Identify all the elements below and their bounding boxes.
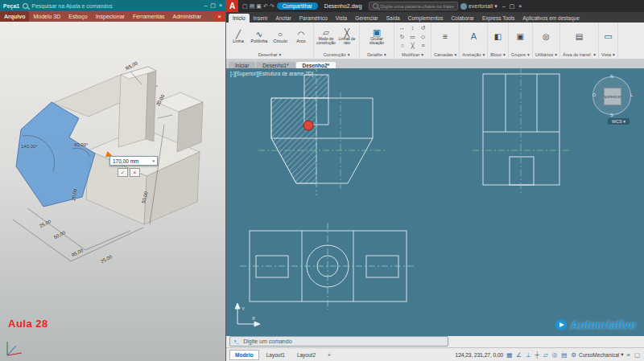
utilities-icon[interactable]: ◎ — [543, 32, 550, 41]
panel-label-area-transferencia[interactable]: Área de transf.▾ — [563, 51, 596, 59]
undo-icon[interactable]: ↶ — [263, 3, 268, 10]
share-button[interactable]: Compartilhar — [277, 2, 318, 10]
layout-tab-layout1[interactable]: Layout1 — [262, 351, 290, 359]
circle-tool[interactable]: ○ Círculo — [270, 30, 290, 43]
grid-toggle-icon[interactable]: ▦ — [506, 351, 512, 359]
side-view[interactable] — [483, 74, 559, 185]
tab-ferramentas[interactable]: Ferramentas — [129, 11, 169, 22]
arc-tool[interactable]: ◠ Arco — [291, 30, 311, 43]
layout-tab-layout2[interactable]: Layout2 — [292, 351, 320, 359]
save-file-icon[interactable]: ▣ — [256, 3, 262, 10]
compass-south[interactable]: S — [610, 113, 613, 117]
minimize-button[interactable]: – — [502, 3, 506, 10]
compass-east[interactable]: L — [630, 92, 633, 97]
document-close-button[interactable]: × — [213, 11, 225, 22]
ucs-icon[interactable]: Y X — [235, 303, 260, 326]
panel-label-bloco[interactable]: Bloco▾ — [490, 51, 506, 59]
panel-label-utilitarios[interactable]: Utilitários▾ — [535, 51, 557, 59]
hide-situation-tool[interactable]: ▣ Ocultar situação — [362, 28, 391, 45]
polar-tracking-icon[interactable]: ∠ — [516, 351, 522, 359]
object-snap-icon[interactable]: ◎ — [552, 351, 558, 359]
command-input-placeholder[interactable]: Digite um comando — [243, 338, 291, 344]
view-icon[interactable]: ▭ — [604, 32, 612, 41]
maximize-button[interactable]: ▢ — [510, 3, 515, 10]
tab-complementos[interactable]: Complementos — [404, 14, 448, 23]
close-button[interactable]: × — [518, 3, 522, 10]
compass-north[interactable]: N — [610, 74, 613, 79]
tab-arquivo[interactable]: Arquivo — [0, 11, 29, 22]
construction-rays-tool[interactable]: ╳ Linhas de raio — [337, 28, 357, 45]
inventor-search-input[interactable]: Pesquisar na Ajuda e comandos — [31, 3, 200, 9]
workspace-switcher[interactable]: ⚙ CursoMechanical ▾ — [570, 351, 623, 359]
drawing-canvas[interactable]: Y X — [226, 68, 644, 336]
groups-icon[interactable]: ▣ — [517, 32, 524, 41]
viewport-controls-label[interactable]: [-][Superior][Estrutura de arame 2D] — [230, 71, 313, 76]
dimension-edit-box[interactable]: 170,00 mm ▾ — [109, 156, 158, 166]
tab-gerenciar[interactable]: Gerenciar — [351, 14, 382, 23]
chevron-down-icon[interactable]: ▾ — [152, 158, 155, 163]
tab-colaborar[interactable]: Colaborar — [447, 14, 478, 23]
tab-parametrico[interactable]: Paramétrico — [295, 14, 332, 23]
line-tool[interactable]: ╱ Linha — [229, 30, 248, 43]
isolate-objects-icon[interactable]: ≡ — [627, 351, 630, 359]
dimension-edit-value[interactable]: 170,00 mm — [113, 158, 139, 164]
panel-label-anotacao[interactable]: Anotação▾ — [462, 51, 485, 59]
redo-icon[interactable]: ↷ — [270, 3, 275, 10]
tab-vista[interactable]: Vista — [332, 14, 351, 23]
ortho-toggle-icon[interactable]: ⊥ — [526, 351, 531, 359]
open-file-icon[interactable]: ▤ — [250, 3, 255, 10]
tab-administrar[interactable]: Administrar — [169, 11, 205, 22]
close-button[interactable]: × — [219, 2, 222, 9]
panel-label-modificar[interactable]: Modificar▾ — [397, 51, 428, 59]
panel-label-detalhe[interactable]: Detalhe▾ — [362, 51, 391, 59]
tab-modelo-3d[interactable]: Modelo 3D — [29, 11, 64, 22]
block-icon[interactable]: ◧ — [494, 32, 502, 41]
new-layout-button[interactable]: + — [323, 351, 336, 359]
viewcube-top-face[interactable]: SUPERIOR — [604, 88, 621, 105]
panel-label-grupos[interactable]: Grupos▾ — [511, 51, 530, 59]
tab-esboco[interactable]: Esboço — [64, 11, 91, 22]
inventor-3d-viewport[interactable]: R5,00 20,00 50,00 20,00 25,00 50,00 95,0… — [0, 22, 225, 361]
tab-inicio[interactable]: Início — [229, 14, 250, 23]
tab-inserir[interactable]: Inserir — [250, 14, 272, 23]
model-space-canvas[interactable]: Y X [-][Superior][Estrutura de arame 2D]… — [226, 68, 644, 336]
maximize-button[interactable]: ▢ — [210, 2, 216, 9]
new-file-icon[interactable]: ▢ — [242, 3, 248, 10]
annotation-icon[interactable]: A — [471, 32, 477, 41]
construction-mode-tool[interactable]: ▱ Modo de construção — [316, 28, 336, 45]
top-view-centerlines[interactable] — [240, 223, 416, 310]
polyline-tool[interactable]: ∿ Polilinha — [250, 30, 269, 43]
panel-label-vista[interactable]: Vista▾ — [601, 51, 615, 59]
layers-icon[interactable]: ≡ — [443, 32, 448, 41]
front-view[interactable] — [271, 75, 373, 183]
clipboard-icon[interactable]: ▤ — [576, 32, 583, 41]
command-line[interactable]: ›_ Digite um comando — [229, 336, 448, 347]
tab-aplicativos[interactable]: Aplicativos em destaque — [518, 14, 583, 23]
tab-saida[interactable]: Saída — [382, 14, 404, 23]
angle-dimension-label[interactable]: 140,00° — [21, 144, 38, 149]
autocad-logo-icon[interactable]: A — [226, 0, 238, 12]
red-highlight-marker[interactable] — [303, 121, 313, 130]
clean-screen-icon[interactable]: ▢ — [634, 351, 640, 359]
cancel-button[interactable]: × — [130, 168, 140, 177]
tab-inspecionar[interactable]: Inspecionar — [92, 11, 129, 22]
annotation-scale-icon[interactable]: ▤ — [561, 351, 567, 359]
tab-express-tools[interactable]: Express Tools — [478, 14, 518, 23]
modify-tool-grid[interactable]: ↔ ↕ ↺ ↻ ▭ ◇ ○ ╳ ≡ — [397, 23, 428, 50]
panel-label-desenhar[interactable]: Desenhar▾ — [229, 51, 311, 59]
confirm-button[interactable]: ✓ — [118, 168, 128, 177]
account-menu[interactable]: evertonali ▾ — [460, 3, 497, 10]
3d-model[interactable] — [0, 22, 225, 361]
compass-west[interactable]: O — [592, 92, 596, 97]
layout-tab-modelo[interactable]: Modelo — [229, 350, 259, 360]
lineweight-toggle-icon[interactable]: ▱ — [543, 351, 548, 359]
highlighted-sketch-face[interactable] — [16, 102, 95, 207]
angle-dimension-label[interactable]: 60,00° — [74, 142, 88, 147]
help-search-box[interactable]: Digite uma palavra-chave ou frase — [369, 2, 458, 10]
viewcube[interactable]: N S L O SUPERIOR — [591, 75, 633, 117]
snap-toggle-icon[interactable]: ┼ — [535, 351, 539, 359]
side-view-centerlines[interactable] — [473, 68, 571, 194]
tab-anotar[interactable]: Anotar — [272, 14, 295, 23]
panel-label-construcao[interactable]: Construção▾ — [316, 51, 357, 59]
minimize-button[interactable]: – — [204, 2, 207, 9]
